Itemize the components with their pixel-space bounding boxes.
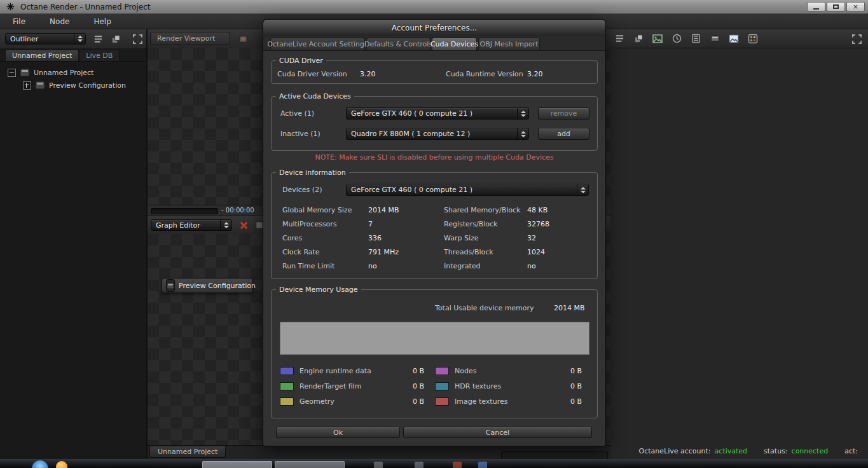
combo-spinner-icon[interactable] — [577, 184, 588, 195]
tab-defaults-controls[interactable]: Defaults & Controls — [366, 38, 431, 50]
device-information-group-label: Device information — [276, 168, 349, 177]
tree-root-label: Unnamed Project — [34, 69, 93, 77]
menu-file[interactable]: File — [9, 16, 29, 27]
graph-editor-combo[interactable]: Graph Editor — [151, 219, 232, 231]
property-value: 336 — [368, 231, 382, 245]
ok-button[interactable]: Ok — [276, 427, 400, 438]
dialog-title[interactable]: Account Preferences... — [263, 20, 605, 36]
taskbar-item[interactable] — [415, 462, 424, 468]
graph-node-label: Preview Configuration — [179, 282, 256, 290]
property-label: Run Time Limit — [282, 259, 334, 273]
legend-row: Geometry 0 B Image textures 0 B — [263, 394, 607, 410]
maximize-button[interactable] — [827, 2, 845, 11]
tab-obj-mesh-import[interactable]: OBJ Mesh Import — [478, 38, 540, 50]
legend-label: Image textures — [455, 394, 507, 410]
add-device-button[interactable]: add — [538, 128, 589, 140]
tab-cuda-devices[interactable]: Cuda Devices — [432, 38, 477, 50]
inactive-devices-label: Inactive (1) — [280, 130, 320, 138]
outliner-tree: Unnamed Project Preview Configuration — [0, 62, 146, 459]
list-view-icon[interactable] — [92, 32, 104, 45]
calculator-icon[interactable] — [689, 32, 702, 45]
render-image-icon[interactable] — [651, 32, 664, 45]
property-label: Clock Rate — [282, 245, 320, 259]
property-label: Integrated — [444, 259, 481, 273]
bottom-tab-unnamed-project[interactable]: Unnamed Project — [149, 446, 226, 458]
inactive-device-value: Quadro FX 880M ( 1 compute 12 ) — [347, 130, 517, 138]
combo-spinner-icon[interactable] — [517, 108, 528, 119]
property-label: MultiProcessors — [282, 217, 337, 231]
taskbar-item[interactable] — [202, 461, 272, 468]
device-icon[interactable] — [708, 32, 721, 45]
taskbar-item[interactable] — [453, 462, 462, 468]
taskbar-item[interactable] — [374, 462, 383, 468]
tree-row-root[interactable]: Unnamed Project — [0, 66, 146, 79]
outliner-combo[interactable]: Outliner — [5, 33, 86, 45]
stack-view-icon[interactable] — [632, 32, 645, 45]
tree-row-child[interactable]: Preview Configuration — [0, 79, 146, 92]
cuda-driver-group-label: CUDA Driver — [276, 56, 326, 65]
active-devices-label: Active (1) — [280, 109, 314, 118]
tree-child-label: Preview Configuration — [49, 81, 126, 90]
collapse-icon[interactable] — [8, 69, 16, 77]
cuda-runtime-version-value: 3.20 — [527, 70, 543, 78]
start-button[interactable] — [32, 460, 48, 468]
node-icon — [166, 279, 175, 292]
taskbar-item[interactable] — [478, 462, 487, 468]
menu-node[interactable]: Node — [46, 16, 73, 27]
taskbar-item[interactable] — [275, 461, 345, 468]
property-value: 1024 — [527, 245, 545, 259]
legend-value: 0 B — [570, 379, 582, 394]
property-label: Warp Size — [444, 231, 479, 245]
image-texture-icon[interactable] — [727, 32, 740, 45]
combo-spinner-icon[interactable] — [220, 220, 231, 230]
account-label: OctaneLive account: — [639, 447, 711, 455]
device-info-dropdown[interactable]: GeForce GTX 460 ( 0 compute 21 ) — [346, 184, 589, 196]
cancel-button[interactable]: Cancel — [403, 427, 592, 438]
delete-node-icon[interactable] — [237, 219, 250, 231]
legend-swatch — [435, 382, 449, 390]
remove-device-button[interactable]: remove — [538, 107, 589, 120]
active-device-dropdown[interactable]: GeForce GTX 460 ( 0 compute 21 ) — [346, 107, 529, 120]
node-icon — [20, 68, 30, 77]
device-info-value: GeForce GTX 460 ( 0 compute 21 ) — [347, 186, 577, 194]
property-label: Cores — [282, 231, 302, 245]
taskbar-item[interactable] — [56, 461, 67, 468]
combo-spinner-icon[interactable] — [74, 34, 85, 44]
fullscreen-icon[interactable] — [850, 32, 863, 45]
legend-label: Engine runtime data — [300, 364, 371, 379]
tab-octanelive-account-settings[interactable]: OctaneLive Account Settings — [270, 38, 365, 50]
legend-swatch — [435, 367, 449, 375]
device-memory-usage-group-label: Device Memory Usage — [276, 285, 361, 294]
property-value: 32 — [527, 231, 536, 245]
clock-icon[interactable] — [670, 32, 683, 45]
window-titlebar: Octane Render - Unnamed Project × — [0, 0, 868, 14]
legend-label: Nodes — [455, 364, 476, 379]
inactive-device-dropdown[interactable]: Quadro FX 880M ( 1 compute 12 ) — [346, 128, 529, 140]
memory-usage-bar — [280, 322, 589, 355]
expand-icon[interactable] — [23, 81, 31, 90]
property-value: 32768 — [527, 217, 549, 231]
tab-live-db[interactable]: Live DB — [79, 50, 120, 61]
octane-window: Octane Render - Unnamed Project × File N… — [0, 0, 868, 468]
viewport-lock-icon[interactable] — [237, 32, 249, 45]
stack-view-icon[interactable] — [109, 32, 122, 45]
tab-unnamed-project[interactable]: Unnamed Project — [5, 50, 79, 61]
palette-icon[interactable] — [747, 32, 759, 45]
devices-count-label: Devices (2) — [282, 186, 322, 194]
table-row: Global Memory Size 2014 MB Shared Memory… — [263, 203, 607, 217]
legend-value: 0 B — [413, 394, 424, 410]
minimize-button[interactable] — [807, 2, 825, 11]
close-button[interactable]: × — [846, 2, 865, 11]
combo-spinner-icon[interactable] — [517, 128, 528, 139]
expand-panel-icon[interactable] — [131, 32, 144, 45]
property-value: no — [527, 259, 536, 273]
outliner-panel: Outliner Unnamed Project Live DB — [0, 29, 148, 459]
menu-help[interactable]: Help — [90, 16, 114, 27]
property-value: 7 — [368, 217, 373, 231]
account-status-value: activated — [715, 447, 747, 455]
render-progress-bar — [151, 208, 218, 214]
graph-node-preview-configuration[interactable]: Preview Configuration — [162, 278, 253, 293]
connection-status-value: connected — [792, 447, 829, 455]
list-view-icon[interactable] — [613, 32, 626, 45]
cuda-driver-version-value: 3.20 — [360, 70, 376, 78]
